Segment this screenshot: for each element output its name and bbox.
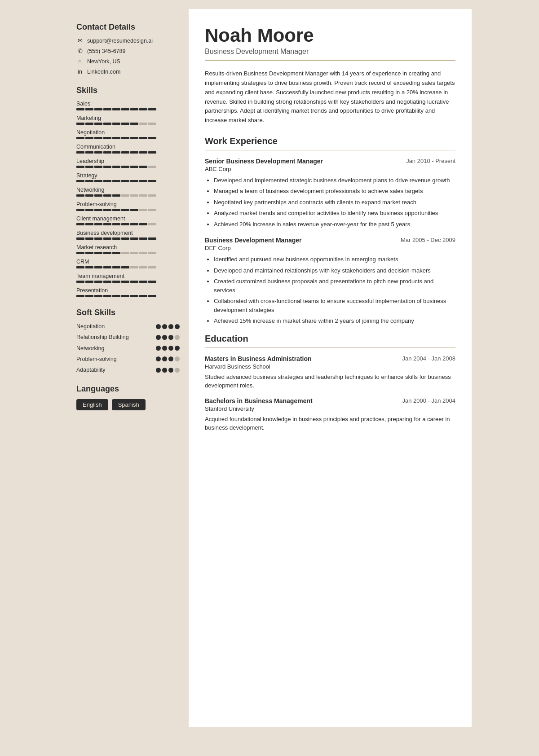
skill-segment [148, 166, 156, 168]
skill-item: Leadership [76, 158, 180, 168]
skill-segment [139, 166, 147, 168]
job-date: Jan 2010 - Present [406, 158, 455, 164]
dot [175, 356, 180, 361]
job-company: DEF Corp [205, 245, 455, 251]
skill-segment [130, 295, 138, 297]
skill-segment [121, 266, 129, 268]
skill-segment [94, 252, 102, 254]
skill-bar [76, 123, 180, 125]
skill-segment [94, 295, 102, 297]
dot [168, 335, 173, 340]
skill-segment [94, 194, 102, 197]
skill-segment [85, 223, 93, 225]
skill-segment [139, 237, 147, 240]
skill-segment [76, 237, 84, 240]
dot [162, 324, 167, 329]
skill-segment [112, 166, 120, 168]
skill-segment [121, 123, 129, 125]
dot [175, 335, 180, 340]
skill-segment [148, 209, 156, 211]
job-header: Senior Business Development ManagerJan 2… [205, 158, 455, 165]
skill-name: Communication [76, 144, 180, 150]
skill-name: Problem-solving [76, 201, 180, 207]
dot [156, 335, 161, 340]
dot [156, 356, 161, 361]
dot [168, 324, 173, 329]
skill-segment [103, 281, 111, 283]
skill-segment [139, 108, 147, 110]
skill-segment [139, 252, 147, 254]
edu-divider [205, 347, 455, 348]
language-tag: English [76, 399, 108, 410]
soft-skills-title: Soft Skills [76, 308, 180, 317]
skill-segment [139, 151, 147, 154]
skill-segment [103, 252, 111, 254]
dot [168, 346, 173, 351]
job-bullet: Created customized business proposals an… [214, 277, 455, 294]
skill-bar [76, 266, 180, 268]
job-title-text: Senior Business Development Manager [205, 158, 323, 165]
linkedin-icon: in [76, 68, 84, 75]
skill-segment [103, 137, 111, 139]
skill-segment [130, 180, 138, 182]
contact-phone: ✆ (555) 345-6789 [76, 48, 180, 54]
skill-segment [112, 266, 120, 268]
job-bullet: Developed and implemented strategic busi… [214, 176, 455, 185]
dots-container [156, 335, 180, 340]
soft-skill-item: Relationship Building [76, 334, 180, 341]
skill-segment [121, 237, 129, 240]
skill-segment [103, 166, 111, 168]
skill-segment [148, 266, 156, 268]
skill-segment [130, 209, 138, 211]
skill-segment [76, 223, 84, 225]
skill-segment [94, 180, 102, 182]
skill-segment [112, 281, 120, 283]
skill-segment [85, 252, 93, 254]
edu-date: Jan 2000 - Jan 2004 [402, 397, 455, 404]
languages-list: EnglishSpanish [76, 399, 180, 410]
skill-segment [76, 266, 84, 268]
main-content: Noah Moore Business Development Manager … [189, 9, 472, 727]
summary: Results-driven Business Development Mana… [205, 69, 455, 125]
skill-name: Presentation [76, 287, 180, 294]
contact-title: Contact Details [76, 22, 180, 32]
skill-segment [130, 108, 138, 110]
skill-bar [76, 209, 180, 211]
skill-segment [76, 151, 84, 154]
contact-linkedin: in LinkedIn.com [76, 68, 180, 75]
skill-segment [121, 295, 129, 297]
job-bullets: Identified and pursued new business oppo… [205, 255, 455, 325]
skill-segment [76, 252, 84, 254]
skill-segment [130, 223, 138, 225]
skill-segment [139, 281, 147, 283]
job-bullet: Identified and pursued new business oppo… [214, 255, 455, 264]
skill-segment [148, 223, 156, 225]
job-entry: Business Development ManagerMar 2005 - D… [205, 237, 455, 325]
job-bullet: Managed a team of business development p… [214, 187, 455, 196]
jobs-list: Senior Business Development ManagerJan 2… [205, 158, 455, 325]
skill-segment [130, 123, 138, 125]
skill-item: Problem-solving [76, 201, 180, 211]
job-entry: Senior Business Development ManagerJan 2… [205, 158, 455, 229]
skill-segment [94, 209, 102, 211]
skill-segment [130, 151, 138, 154]
skill-segment [148, 252, 156, 254]
skill-item: Communication [76, 144, 180, 154]
skill-segment [148, 123, 156, 125]
skill-segment [130, 252, 138, 254]
edu-desc: Studied advanced business strategies and… [205, 373, 455, 390]
skill-segment [76, 295, 84, 297]
phone-icon: ✆ [76, 48, 84, 54]
skills-title: Skills [76, 86, 180, 95]
skill-item: Negotiation [76, 129, 180, 139]
edu-school: Stanford University [205, 405, 455, 412]
skill-item: Networking [76, 187, 180, 197]
dots-container [156, 356, 180, 361]
skill-segment [103, 209, 111, 211]
skill-segment [121, 151, 129, 154]
skill-bar [76, 137, 180, 139]
soft-skills-list: NegotiationRelationship BuildingNetworki… [76, 323, 180, 374]
skill-bar [76, 281, 180, 283]
skill-segment [139, 266, 147, 268]
job-date: Mar 2005 - Dec 2009 [401, 237, 455, 243]
